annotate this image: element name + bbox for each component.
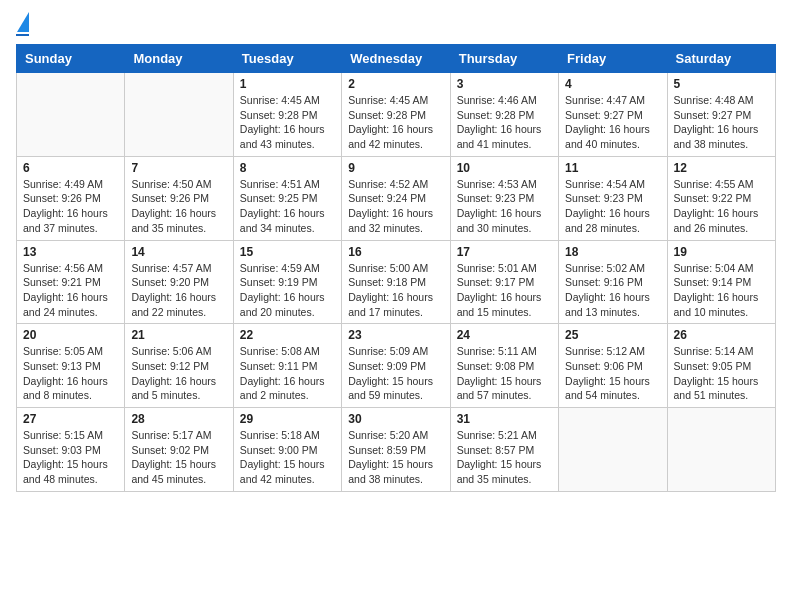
sunset-text: Sunset: 9:11 PM (240, 360, 318, 372)
day-number: 17 (457, 245, 552, 259)
day-number: 30 (348, 412, 443, 426)
sunrise-text: Sunrise: 4:52 AM (348, 178, 428, 190)
weekday-header: Tuesday (233, 45, 341, 73)
daylight-text: Daylight: 16 hours and 42 minutes. (348, 123, 433, 150)
sunrise-text: Sunrise: 4:45 AM (348, 94, 428, 106)
sunset-text: Sunset: 9:06 PM (565, 360, 643, 372)
daylight-text: Daylight: 16 hours and 26 minutes. (674, 207, 759, 234)
day-number: 21 (131, 328, 226, 342)
daylight-text: Daylight: 16 hours and 37 minutes. (23, 207, 108, 234)
sunset-text: Sunset: 9:03 PM (23, 444, 101, 456)
calendar-cell (17, 73, 125, 157)
daylight-text: Daylight: 15 hours and 54 minutes. (565, 375, 650, 402)
calendar-table: SundayMondayTuesdayWednesdayThursdayFrid… (16, 44, 776, 492)
daylight-text: Daylight: 16 hours and 24 minutes. (23, 291, 108, 318)
sunset-text: Sunset: 9:27 PM (565, 109, 643, 121)
day-number: 18 (565, 245, 660, 259)
weekday-header: Saturday (667, 45, 775, 73)
day-number: 10 (457, 161, 552, 175)
day-number: 24 (457, 328, 552, 342)
day-number: 15 (240, 245, 335, 259)
calendar-week-row: 20 Sunrise: 5:05 AM Sunset: 9:13 PM Dayl… (17, 324, 776, 408)
day-number: 27 (23, 412, 118, 426)
sunset-text: Sunset: 9:05 PM (674, 360, 752, 372)
daylight-text: Daylight: 16 hours and 40 minutes. (565, 123, 650, 150)
day-number: 12 (674, 161, 769, 175)
daylight-text: Daylight: 16 hours and 15 minutes. (457, 291, 542, 318)
sunrise-text: Sunrise: 5:09 AM (348, 345, 428, 357)
day-number: 11 (565, 161, 660, 175)
sunset-text: Sunset: 9:25 PM (240, 192, 318, 204)
sunrise-text: Sunrise: 5:05 AM (23, 345, 103, 357)
calendar-cell (559, 408, 667, 492)
day-number: 9 (348, 161, 443, 175)
calendar-week-row: 27 Sunrise: 5:15 AM Sunset: 9:03 PM Dayl… (17, 408, 776, 492)
calendar-week-row: 6 Sunrise: 4:49 AM Sunset: 9:26 PM Dayli… (17, 156, 776, 240)
sunset-text: Sunset: 9:28 PM (348, 109, 426, 121)
daylight-text: Daylight: 16 hours and 10 minutes. (674, 291, 759, 318)
calendar-cell: 23 Sunrise: 5:09 AM Sunset: 9:09 PM Dayl… (342, 324, 450, 408)
sunrise-text: Sunrise: 5:06 AM (131, 345, 211, 357)
sunset-text: Sunset: 9:22 PM (674, 192, 752, 204)
sunrise-text: Sunrise: 4:45 AM (240, 94, 320, 106)
sunset-text: Sunset: 9:19 PM (240, 276, 318, 288)
weekday-header: Thursday (450, 45, 558, 73)
sunset-text: Sunset: 8:59 PM (348, 444, 426, 456)
sunset-text: Sunset: 9:28 PM (240, 109, 318, 121)
day-number: 23 (348, 328, 443, 342)
daylight-text: Daylight: 15 hours and 42 minutes. (240, 458, 325, 485)
day-number: 20 (23, 328, 118, 342)
calendar-cell: 26 Sunrise: 5:14 AM Sunset: 9:05 PM Dayl… (667, 324, 775, 408)
sunset-text: Sunset: 9:17 PM (457, 276, 535, 288)
sunrise-text: Sunrise: 5:02 AM (565, 262, 645, 274)
sunset-text: Sunset: 9:18 PM (348, 276, 426, 288)
daylight-text: Daylight: 15 hours and 57 minutes. (457, 375, 542, 402)
sunrise-text: Sunrise: 4:50 AM (131, 178, 211, 190)
calendar-cell: 31 Sunrise: 5:21 AM Sunset: 8:57 PM Dayl… (450, 408, 558, 492)
sunrise-text: Sunrise: 5:15 AM (23, 429, 103, 441)
sunrise-text: Sunrise: 5:12 AM (565, 345, 645, 357)
sunset-text: Sunset: 9:00 PM (240, 444, 318, 456)
calendar-week-row: 1 Sunrise: 4:45 AM Sunset: 9:28 PM Dayli… (17, 73, 776, 157)
daylight-text: Daylight: 15 hours and 51 minutes. (674, 375, 759, 402)
daylight-text: Daylight: 16 hours and 32 minutes. (348, 207, 433, 234)
sunrise-text: Sunrise: 5:18 AM (240, 429, 320, 441)
daylight-text: Daylight: 16 hours and 8 minutes. (23, 375, 108, 402)
daylight-text: Daylight: 16 hours and 43 minutes. (240, 123, 325, 150)
sunrise-text: Sunrise: 4:48 AM (674, 94, 754, 106)
sunset-text: Sunset: 9:08 PM (457, 360, 535, 372)
daylight-text: Daylight: 16 hours and 13 minutes. (565, 291, 650, 318)
sunset-text: Sunset: 9:12 PM (131, 360, 209, 372)
sunrise-text: Sunrise: 4:57 AM (131, 262, 211, 274)
daylight-text: Daylight: 16 hours and 2 minutes. (240, 375, 325, 402)
daylight-text: Daylight: 15 hours and 45 minutes. (131, 458, 216, 485)
calendar-cell: 4 Sunrise: 4:47 AM Sunset: 9:27 PM Dayli… (559, 73, 667, 157)
day-number: 31 (457, 412, 552, 426)
sunrise-text: Sunrise: 5:11 AM (457, 345, 537, 357)
calendar-cell: 29 Sunrise: 5:18 AM Sunset: 9:00 PM Dayl… (233, 408, 341, 492)
calendar-cell: 20 Sunrise: 5:05 AM Sunset: 9:13 PM Dayl… (17, 324, 125, 408)
calendar-cell: 5 Sunrise: 4:48 AM Sunset: 9:27 PM Dayli… (667, 73, 775, 157)
daylight-text: Daylight: 16 hours and 34 minutes. (240, 207, 325, 234)
day-number: 29 (240, 412, 335, 426)
sunrise-text: Sunrise: 4:59 AM (240, 262, 320, 274)
day-number: 4 (565, 77, 660, 91)
calendar-cell (667, 408, 775, 492)
logo (16, 16, 29, 36)
sunset-text: Sunset: 9:20 PM (131, 276, 209, 288)
sunrise-text: Sunrise: 4:56 AM (23, 262, 103, 274)
weekday-header-row: SundayMondayTuesdayWednesdayThursdayFrid… (17, 45, 776, 73)
sunset-text: Sunset: 9:24 PM (348, 192, 426, 204)
daylight-text: Daylight: 15 hours and 48 minutes. (23, 458, 108, 485)
calendar-cell: 3 Sunrise: 4:46 AM Sunset: 9:28 PM Dayli… (450, 73, 558, 157)
daylight-text: Daylight: 16 hours and 30 minutes. (457, 207, 542, 234)
sunset-text: Sunset: 9:26 PM (131, 192, 209, 204)
sunset-text: Sunset: 9:09 PM (348, 360, 426, 372)
daylight-text: Daylight: 15 hours and 38 minutes. (348, 458, 433, 485)
sunset-text: Sunset: 9:23 PM (457, 192, 535, 204)
calendar-cell: 24 Sunrise: 5:11 AM Sunset: 9:08 PM Dayl… (450, 324, 558, 408)
sunset-text: Sunset: 9:28 PM (457, 109, 535, 121)
calendar-cell: 2 Sunrise: 4:45 AM Sunset: 9:28 PM Dayli… (342, 73, 450, 157)
calendar-cell: 10 Sunrise: 4:53 AM Sunset: 9:23 PM Dayl… (450, 156, 558, 240)
day-number: 28 (131, 412, 226, 426)
